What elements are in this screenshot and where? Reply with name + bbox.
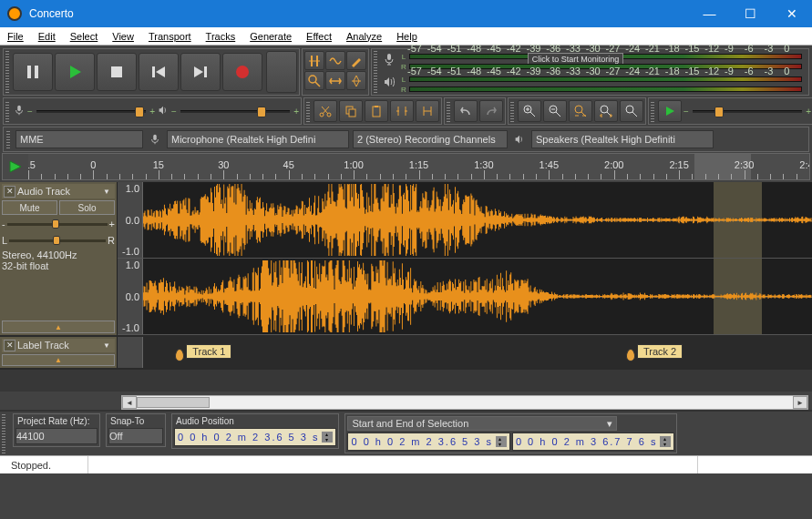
recording-meter-r[interactable] (409, 64, 802, 69)
zoom-toggle-button[interactable] (620, 100, 643, 122)
horizontal-scrollbar[interactable]: ◄ ► (121, 395, 808, 410)
menu-select[interactable]: Select (63, 28, 106, 45)
playback-meter-l[interactable] (409, 76, 802, 82)
recording-channels-select[interactable]: 2 (Stereo) Recording Channels (353, 130, 508, 148)
track-close-button[interactable]: ✕ (4, 340, 15, 351)
toolbar-grip[interactable] (5, 100, 9, 122)
audio-position-value[interactable]: 0 0 h 0 2 m 2 3.6 5 3 s▴▾ (174, 428, 336, 446)
toolbar-grip[interactable] (447, 100, 450, 122)
snap-to-select[interactable]: Off (108, 428, 163, 444)
redo-button[interactable] (479, 100, 503, 122)
menu-transport[interactable]: Transport (141, 28, 199, 45)
toolbar-grip[interactable] (510, 100, 514, 122)
recording-volume-slider[interactable]: −+ (27, 107, 155, 117)
label-pin-icon[interactable] (175, 349, 184, 361)
track-close-button[interactable]: ✕ (4, 186, 15, 198)
recording-device-select[interactable]: Microphone (Realtek High Defini (167, 130, 349, 148)
speaker-icon[interactable] (382, 75, 396, 94)
track-collapse-button[interactable]: ▲ (2, 321, 115, 333)
scroll-right-button[interactable]: ► (793, 396, 807, 409)
skip-end-button[interactable] (180, 53, 221, 91)
waveform-channel-right[interactable]: 1.0 0.0 -1.0 (118, 259, 812, 335)
track-menu-button[interactable]: ▼ (103, 188, 113, 196)
scrollbar-thumb[interactable] (137, 397, 210, 408)
toolbar-grip[interactable] (374, 51, 377, 93)
recording-meter-l[interactable]: Click to Start Monitoring (409, 54, 802, 59)
timeline-ruler[interactable]: -1501530451:001:151:301:452:002:152:302:… (28, 154, 809, 179)
toolbar-grip[interactable] (306, 100, 310, 122)
label-marker[interactable]: Track 1 (175, 342, 231, 361)
track-menu-button[interactable]: ▼ (103, 341, 113, 350)
track-name[interactable]: Audio Track (17, 186, 101, 197)
playback-meter-r[interactable] (409, 86, 802, 92)
transport-options-button[interactable] (266, 51, 297, 93)
track-gain-slider[interactable]: -+ (2, 219, 115, 229)
skip-start-button[interactable] (139, 53, 179, 91)
window-minimize-button[interactable]: — (689, 0, 730, 27)
label-text[interactable]: Track 1 (186, 344, 231, 359)
menu-edit[interactable]: Edit (31, 28, 63, 45)
playback-volume-slider[interactable]: −+ (171, 107, 299, 117)
menu-generate[interactable]: Generate (242, 28, 299, 45)
toolbar-grip[interactable] (2, 413, 5, 453)
timeshift-tool[interactable] (325, 71, 345, 90)
paste-button[interactable] (365, 100, 388, 122)
menu-file[interactable]: File (0, 28, 31, 45)
label-text[interactable]: Track 2 (637, 344, 683, 359)
zoom-toolbar (508, 97, 646, 125)
track-name[interactable]: Label Track (17, 340, 101, 351)
timeline-pin-button[interactable] (3, 154, 28, 179)
play-button[interactable] (55, 53, 95, 91)
track-collapse-button[interactable]: ▲ (2, 354, 115, 366)
label-marker[interactable]: Track 2 (626, 342, 683, 361)
playback-device-select[interactable]: Speakers (Realtek High Definiti (531, 130, 714, 148)
window-close-button[interactable]: ✕ (771, 0, 812, 27)
status-extra (697, 456, 807, 473)
mic-icon[interactable] (382, 52, 396, 71)
label-track: ✕ Label Track ▼ ▲ Track 1Track 2 (0, 337, 812, 370)
record-button[interactable] (222, 53, 262, 91)
toolbar-grip[interactable] (5, 51, 9, 93)
draw-tool[interactable] (346, 51, 366, 70)
undo-button[interactable] (454, 100, 478, 122)
stop-button[interactable] (97, 53, 137, 91)
copy-button[interactable] (339, 100, 363, 122)
fit-selection-button[interactable] (569, 100, 592, 122)
play-at-speed-button[interactable] (658, 100, 682, 122)
playback-speed-slider[interactable]: −+ (684, 107, 811, 117)
scroll-left-button[interactable]: ◄ (122, 396, 137, 409)
solo-button[interactable]: Solo (59, 200, 115, 215)
silence-button[interactable] (416, 100, 439, 122)
selection-tool[interactable] (304, 51, 324, 70)
cut-button[interactable] (313, 100, 337, 122)
menu-help[interactable]: Help (389, 28, 425, 45)
window-maximize-button[interactable]: ☐ (730, 0, 771, 27)
multi-tool[interactable] (346, 71, 366, 90)
selection-mode-label[interactable]: Start and End of Selection (352, 418, 468, 429)
envelope-tool[interactable] (325, 51, 345, 70)
label-area[interactable]: Track 1Track 2 (143, 337, 812, 368)
selection-start-value[interactable]: 0 0 h 0 2 m 2 3.6 5 3 s▴▾ (347, 432, 509, 451)
toolbar-grip[interactable] (6, 130, 10, 148)
mute-button[interactable]: Mute (2, 200, 57, 215)
toolbar-grip[interactable] (651, 100, 654, 122)
trim-button[interactable] (390, 100, 414, 122)
selection-mode-dropdown[interactable]: ▾ (607, 418, 612, 430)
zoom-tool[interactable] (304, 71, 324, 90)
label-pin-icon[interactable] (626, 349, 635, 361)
amplitude-scale: 1.0 0.0 -1.0 (118, 182, 143, 258)
waveform-channel-left[interactable]: 1.0 0.0 -1.0 (118, 182, 812, 259)
track-pan-slider[interactable]: LR (2, 235, 115, 246)
menu-effect[interactable]: Effect (299, 28, 339, 45)
svg-rect-4 (152, 66, 155, 77)
menu-tracks[interactable]: Tracks (199, 28, 243, 45)
menu-analyze[interactable]: Analyze (339, 28, 389, 45)
project-rate-select[interactable]: 44100 (15, 428, 98, 444)
zoom-out-button[interactable] (543, 100, 567, 122)
zoom-in-button[interactable] (518, 100, 541, 122)
selection-end-value[interactable]: 0 0 h 0 2 m 3 6.7 7 6 s▴▾ (512, 432, 674, 451)
menu-view[interactable]: View (105, 28, 141, 45)
audio-host-select[interactable]: MME (15, 130, 143, 148)
fit-project-button[interactable] (594, 100, 618, 122)
pause-button[interactable] (13, 53, 53, 91)
